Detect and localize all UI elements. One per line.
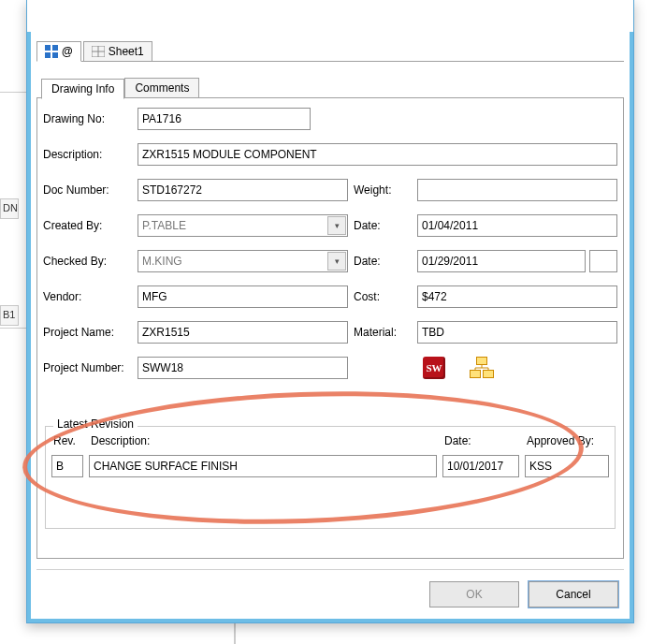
svg-rect-0 — [45, 45, 51, 51]
button-separator — [36, 569, 624, 570]
label-checked-date: Date: — [354, 255, 412, 268]
tab-document[interactable]: @ — [36, 41, 81, 62]
sheet-icon — [92, 46, 105, 57]
combo-checked-by-value: M.KING — [142, 255, 182, 268]
tab-at-label: @ — [62, 45, 73, 58]
label-weight: Weight: — [354, 183, 412, 197]
input-project-number[interactable]: SWW18 — [138, 357, 348, 379]
label-material: Material: — [354, 326, 412, 339]
label-rev-approved: Approved By: — [525, 434, 609, 447]
cancel-button[interactable]: Cancel — [529, 581, 618, 607]
latest-revision-group: Latest Revision Rev. Description: Date: … — [45, 426, 616, 529]
tab-drawing-info[interactable]: Drawing Info — [41, 79, 124, 99]
tab-sheet-label: Sheet1 — [109, 45, 144, 58]
tab-comments[interactable]: Comments — [124, 78, 199, 98]
solidworks-icon[interactable]: SW — [423, 357, 445, 379]
input-created-date[interactable]: 01/04/2011 — [417, 214, 617, 237]
label-vendor: Vendor: — [43, 290, 132, 303]
input-rev-date[interactable]: 10/01/2017 — [442, 455, 519, 477]
hierarchy-icon[interactable] — [470, 357, 494, 379]
bg-line-3 — [234, 623, 236, 644]
input-description[interactable]: ZXR1515 MODULE COMPONENT — [138, 143, 617, 166]
label-project-number: Project Number: — [43, 361, 132, 374]
input-vendor[interactable]: MFG — [138, 285, 348, 308]
input-rev[interactable]: B — [51, 455, 83, 477]
bg-fragment-1: DN — [0, 198, 19, 219]
label-created-date: Date: — [354, 219, 412, 232]
label-created-by: Created By: — [43, 219, 132, 232]
group-title-latest-revision: Latest Revision — [53, 417, 138, 431]
chevron-down-icon: ▾ — [327, 216, 346, 235]
input-cost[interactable]: $472 — [417, 285, 617, 308]
label-doc-number: Doc Number: — [43, 183, 132, 197]
label-rev-date: Date: — [442, 434, 519, 447]
input-rev-desc[interactable]: CHANGE SURFACE FINISH — [89, 455, 437, 477]
svg-rect-2 — [45, 52, 51, 58]
label-rev-desc: Description: — [89, 434, 437, 447]
input-checked-date[interactable]: 01/29/2011 — [417, 250, 586, 272]
properties-dialog: @ Sheet1 Drawing Info Comments Drawing N… — [26, 0, 634, 623]
svg-rect-1 — [52, 45, 58, 51]
ok-button[interactable]: OK — [429, 581, 519, 607]
input-drawing-no[interactable]: PA1716 — [138, 108, 311, 130]
combo-created-by[interactable]: P.TABLE ▾ — [138, 214, 348, 237]
tab-sheet1[interactable]: Sheet1 — [83, 41, 152, 62]
input-material[interactable]: TBD — [417, 321, 617, 344]
input-project-name[interactable]: ZXR1515 — [138, 321, 348, 344]
bg-line-2 — [0, 328, 28, 608]
label-drawing-no: Drawing No: — [43, 112, 132, 125]
input-checked-date-extra[interactable] — [589, 250, 617, 272]
svg-rect-3 — [52, 52, 58, 58]
label-cost: Cost: — [354, 290, 412, 303]
label-description: Description: — [43, 148, 132, 161]
form-grid: Drawing No: PA1716 Description: ZXR1515 … — [43, 108, 617, 379]
bg-line — [0, 92, 28, 93]
input-doc-number[interactable]: STD167272 — [138, 179, 348, 201]
bg-fragment-2: B1 — [0, 305, 19, 326]
label-rev: Rev. — [51, 434, 83, 447]
grid-icon — [45, 45, 58, 58]
label-project-name: Project Name: — [43, 326, 132, 339]
dialog-body: @ Sheet1 Drawing Info Comments Drawing N… — [27, 32, 633, 622]
combo-checked-by[interactable]: M.KING ▾ — [138, 250, 348, 272]
input-rev-approved[interactable]: KSS — [525, 455, 609, 477]
chevron-down-icon: ▾ — [327, 252, 346, 271]
label-checked-by: Checked By: — [43, 255, 132, 268]
combo-created-by-value: P.TABLE — [142, 219, 186, 232]
input-weight[interactable] — [417, 179, 617, 201]
